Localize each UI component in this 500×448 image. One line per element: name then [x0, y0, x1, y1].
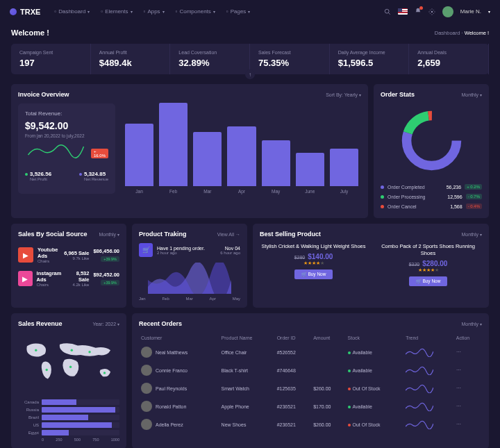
flag-icon[interactable] — [398, 8, 408, 15]
nav-dashboard[interactable]: ▫Dashboard▾ — [50, 6, 94, 17]
layers-icon: ▫ — [101, 8, 103, 15]
metric-value: 75.35% — [258, 58, 321, 68]
period-dropdown[interactable]: Monthly ▾ — [462, 92, 482, 97]
tracking-area-chart — [139, 263, 240, 294]
kpi: 5,324.85Net Revenue — [79, 169, 108, 181]
card-title: Sales By Social Source — [18, 231, 88, 238]
row-actions-icon[interactable]: ⋯ — [456, 349, 461, 354]
avatar — [141, 401, 152, 412]
metric-label: Sales Forecast — [258, 50, 321, 55]
metric-value: 32.89% — [178, 58, 241, 68]
period-dropdown[interactable]: Monthly ▾ — [462, 232, 482, 237]
breadcrumb: Dashboard · Welcome ! — [435, 30, 489, 36]
pct-badge: +39.9% — [101, 280, 119, 285]
legend-item: Order Completed56,236+ 0.2% — [381, 182, 482, 192]
th: Stock — [346, 333, 404, 343]
topbar-right: Marie N. ▾ — [384, 6, 490, 17]
chevron-down-icon: ▾ — [213, 9, 215, 14]
order-legend: Order Completed56,236+ 0.2%Order Process… — [381, 182, 482, 211]
th: Amount — [311, 333, 345, 343]
svg-point-6 — [35, 349, 37, 351]
metric: Campaign Sent197 — [11, 44, 91, 74]
bar: Feb — [159, 103, 188, 194]
avatar[interactable] — [442, 6, 453, 17]
product-card: Stylish Cricket & Walking Light Weight S… — [260, 243, 367, 286]
social-item: ▶Instagram AdsChairs8,532 Sale4.2k Like$… — [18, 267, 119, 290]
chevron-down-icon: ▾ — [88, 9, 90, 14]
logo[interactable]: TRXE — [10, 8, 40, 16]
nav-apps[interactable]: ▫Apps▾ — [140, 6, 169, 17]
row-actions-icon[interactable]: ⋯ — [456, 367, 461, 372]
revenue-badge: + 16.0% — [91, 149, 108, 158]
revenue-value: $9,542.00 — [25, 120, 108, 131]
bar: Mar — [193, 132, 222, 194]
metric-label: Campaign Sent — [19, 50, 82, 55]
nav-components[interactable]: ▫Components▾ — [172, 6, 219, 17]
hbar: US — [18, 422, 119, 428]
notifications-icon[interactable] — [415, 8, 422, 16]
metric-value: $1,596.5 — [338, 58, 401, 68]
home-icon: ▫ — [54, 8, 56, 15]
metric-value: 2,659 — [417, 58, 480, 68]
metric-value: $489.4k — [99, 58, 162, 68]
crumb-current: Welcome ! — [465, 30, 489, 36]
bar: May — [262, 140, 290, 194]
nav-pages[interactable]: ▫Pages▾ — [222, 6, 255, 17]
product-card: Combo Pack of 2 Sports Shoes Running Sho… — [374, 243, 482, 286]
social-icon: ▶ — [18, 247, 33, 263]
invoice-overview-card: Invoice Overview Sort By: Yearly ▾ Total… — [11, 84, 368, 218]
row-actions-icon[interactable]: ⋯ — [456, 422, 461, 426]
svg-point-8 — [71, 349, 73, 351]
view-all-link[interactable]: View All → — [217, 232, 240, 237]
buy-button[interactable]: 🛒 Buy Now — [409, 276, 448, 286]
social-item: ▶Youtube AdsChairs6,965 Sale9.7k Like$86… — [18, 243, 119, 267]
buy-button[interactable]: 🛒 Buy Now — [294, 269, 333, 279]
trend-sparkline — [406, 420, 433, 429]
track-line2-sub: 6 hour ago — [220, 251, 240, 255]
order-donut — [399, 108, 465, 174]
avatar — [141, 419, 152, 430]
period-dropdown[interactable]: Monthly ▾ — [462, 322, 482, 326]
social-list: ▶Youtube AdsChairs6,965 Sale9.7k Like$86… — [18, 243, 119, 290]
svg-point-2 — [431, 10, 433, 13]
collapse-button[interactable]: ↑ — [245, 69, 255, 79]
card-title: Product Traking — [139, 231, 187, 238]
year-dropdown[interactable]: Year: 2022 ▾ — [92, 322, 119, 326]
avatar — [141, 383, 152, 394]
metric: Annual Deals2,659 — [409, 44, 489, 74]
bar: Apr — [227, 126, 256, 194]
file-icon: ▫ — [226, 8, 228, 15]
cart-icon: 🛒 — [139, 243, 153, 257]
chevron-down-icon[interactable]: ▾ — [488, 9, 490, 14]
grid-icon: ▫ — [144, 8, 146, 15]
chevron-down-icon: ▾ — [131, 9, 133, 14]
row-actions-icon[interactable]: ⋯ — [456, 385, 461, 390]
kpi-row: 3,526.56Net Profit5,324.85Net Revenue — [25, 169, 108, 181]
trend-sparkline — [406, 383, 433, 393]
hbar: Russia — [18, 407, 119, 413]
hbar: Brazil — [18, 415, 119, 420]
period-dropdown[interactable]: Monthly ▾ — [99, 232, 119, 237]
row-actions-icon[interactable]: ⋯ — [456, 404, 461, 408]
bar: Jan — [125, 124, 153, 194]
avatar — [141, 347, 152, 358]
nav-elements[interactable]: ▫Elements▾ — [97, 6, 136, 17]
th: Trend — [403, 333, 454, 343]
avatar — [141, 365, 152, 376]
sort-dropdown[interactable]: Sort By: Yearly ▾ — [326, 92, 361, 97]
brand-text: TRXE — [20, 8, 40, 16]
th: Customer — [139, 333, 219, 343]
th: Product Name — [219, 333, 275, 343]
table-row: Ronald PattonApple Phone#236521$170.00Av… — [139, 397, 482, 415]
recent-orders-card: Recent Orders Monthly ▾ CustomerProduct … — [132, 313, 489, 448]
chevron-down-icon: ▾ — [359, 93, 361, 97]
crumb-dashboard[interactable]: Dashboard — [435, 30, 460, 36]
best-selling-card: Best Selling Product Monthly ▾ Stylish C… — [253, 224, 489, 308]
settings-icon[interactable] — [428, 8, 435, 15]
revenue-box: Total Revenue: $9,542.00 From jan 20,202… — [18, 103, 115, 194]
user-name: Marie N. — [460, 8, 481, 15]
search-icon[interactable] — [384, 8, 391, 15]
svg-point-11 — [103, 372, 106, 374]
svg-point-7 — [46, 369, 48, 371]
revenue-sparkline — [25, 142, 87, 160]
